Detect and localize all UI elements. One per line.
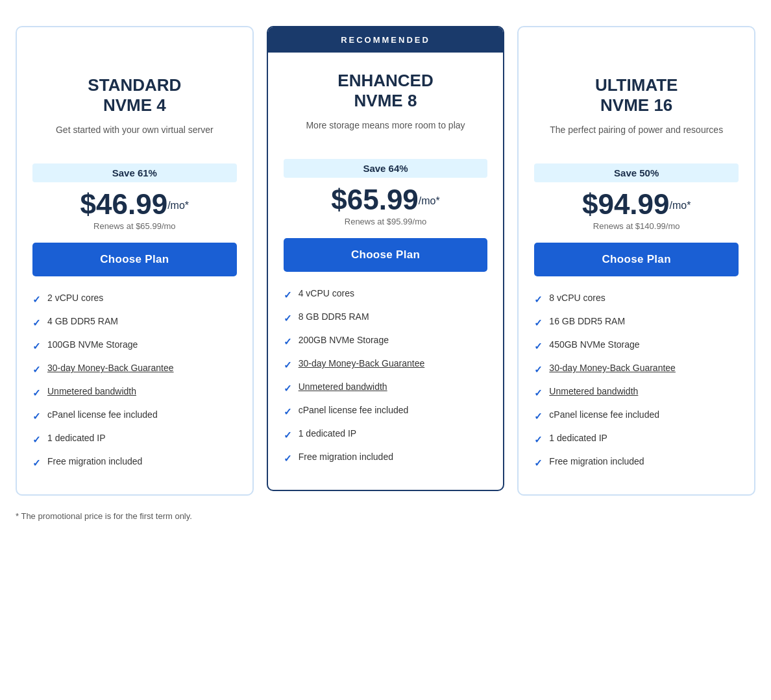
feature-item-1-3: ✓ 30-day Money-Back Guarantee <box>284 357 488 372</box>
feature-text-0-2: 100GB NVMe Storage <box>47 339 138 352</box>
feature-item-2-2: ✓ 450GB NVMe Storage <box>534 339 739 353</box>
feature-item-2-5: ✓ cPanel license fee included <box>534 409 739 423</box>
feature-link-0-4[interactable]: Unmetered bandwidth <box>47 385 136 398</box>
feature-text-2-1: 16 GB DDR5 RAM <box>549 315 625 328</box>
feature-text-0-5: cPanel license fee included <box>47 409 158 422</box>
check-icon-0-5: ✓ <box>32 409 41 423</box>
feature-link-0-3[interactable]: 30-day Money-Back Guarantee <box>47 362 174 375</box>
choose-plan-button-standard[interactable]: Choose Plan <box>32 243 237 276</box>
feature-item-2-1: ✓ 16 GB DDR5 RAM <box>534 315 739 330</box>
check-icon-1-1: ✓ <box>284 311 292 325</box>
feature-item-0-4: ✓ Unmetered bandwidth <box>32 385 237 400</box>
feature-link-2-3[interactable]: 30-day Money-Back Guarantee <box>549 362 676 375</box>
check-icon-1-7: ✓ <box>284 452 292 465</box>
plan-body-ultimate: ULTIMATENVME 16 The perfect pairing of p… <box>519 57 754 494</box>
plan-name-standard: STANDARDNVME 4 <box>32 75 237 115</box>
check-icon-2-5: ✓ <box>534 409 543 423</box>
check-icon-2-1: ✓ <box>534 316 543 330</box>
feature-item-1-2: ✓ 200GB NVMe Storage <box>284 334 488 348</box>
check-icon-2-7: ✓ <box>534 456 543 470</box>
feature-text-0-0: 2 vCPU cores <box>47 292 103 305</box>
price-main-enhanced: $65.99 <box>331 184 419 215</box>
feature-link-1-4[interactable]: Unmetered bandwidth <box>299 381 387 394</box>
plan-description-standard: Get started with your own virtual server <box>32 123 237 151</box>
feature-item-2-0: ✓ 8 vCPU cores <box>534 292 739 306</box>
check-icon-2-6: ✓ <box>534 433 543 446</box>
plan-card-standard: STANDARDNVME 4 Get started with your own… <box>16 26 254 496</box>
feature-item-1-4: ✓ Unmetered bandwidth <box>284 381 488 395</box>
feature-text-1-2: 200GB NVMe Storage <box>299 334 389 347</box>
price-suffix-ultimate: /mo* <box>670 200 691 211</box>
feature-item-0-1: ✓ 4 GB DDR5 RAM <box>32 315 237 330</box>
feature-item-2-3: ✓ 30-day Money-Back Guarantee <box>534 362 739 376</box>
price-main-standard: $46.99 <box>80 188 168 220</box>
choose-plan-button-ultimate[interactable]: Choose Plan <box>534 243 739 276</box>
features-list-ultimate: ✓ 8 vCPU cores ✓ 16 GB DDR5 RAM ✓ 450GB … <box>534 292 739 470</box>
check-icon-0-4: ✓ <box>32 386 41 400</box>
feature-text-2-5: cPanel license fee included <box>549 409 659 422</box>
feature-item-1-5: ✓ cPanel license fee included <box>284 404 488 418</box>
price-main-ultimate: $94.99 <box>582 188 670 220</box>
header-spacer <box>519 27 754 57</box>
check-icon-0-1: ✓ <box>32 316 41 330</box>
check-icon-1-5: ✓ <box>284 405 292 418</box>
feature-item-0-5: ✓ cPanel license fee included <box>32 409 237 423</box>
feature-text-2-7: Free migration included <box>549 455 644 468</box>
footnote: * The promotional price is for the first… <box>16 511 755 521</box>
header-spacer <box>17 27 252 57</box>
features-list-standard: ✓ 2 vCPU cores ✓ 4 GB DDR5 RAM ✓ 100GB N… <box>32 292 237 470</box>
check-icon-1-3: ✓ <box>284 358 292 372</box>
check-icon-2-0: ✓ <box>534 293 543 306</box>
feature-item-1-6: ✓ 1 dedicated IP <box>284 428 488 442</box>
save-badge-standard: Save 61% <box>32 163 237 182</box>
feature-text-1-5: cPanel license fee included <box>299 404 409 417</box>
check-icon-1-0: ✓ <box>284 288 292 302</box>
feature-text-2-2: 450GB NVMe Storage <box>549 339 639 352</box>
check-icon-2-3: ✓ <box>534 363 543 376</box>
feature-item-0-7: ✓ Free migration included <box>32 455 237 470</box>
feature-item-1-7: ✓ Free migration included <box>284 451 488 465</box>
price-row-enhanced: $65.99/mo* <box>284 186 488 214</box>
price-suffix-standard: /mo* <box>167 200 189 211</box>
check-icon-0-0: ✓ <box>32 293 41 306</box>
renews-text-enhanced: Renews at $95.99/mo <box>284 217 488 226</box>
plan-description-enhanced: More storage means more room to play <box>284 119 488 146</box>
feature-text-0-7: Free migration included <box>47 455 142 468</box>
feature-link-1-3[interactable]: 30-day Money-Back Guarantee <box>299 357 425 370</box>
feature-text-1-0: 4 vCPU cores <box>299 287 354 300</box>
plan-card-enhanced: RECOMMENDED ENHANCEDNVME 8 More storage … <box>267 26 505 491</box>
check-icon-1-4: ✓ <box>284 381 292 395</box>
renews-text-standard: Renews at $65.99/mo <box>32 221 237 231</box>
check-icon-0-6: ✓ <box>32 433 41 446</box>
feature-link-2-4[interactable]: Unmetered bandwidth <box>549 385 638 398</box>
feature-item-2-7: ✓ Free migration included <box>534 455 739 470</box>
feature-item-2-4: ✓ Unmetered bandwidth <box>534 385 739 400</box>
check-icon-1-6: ✓ <box>284 428 292 442</box>
save-badge-enhanced: Save 64% <box>284 159 488 178</box>
check-icon-0-7: ✓ <box>32 456 41 470</box>
choose-plan-button-enhanced[interactable]: Choose Plan <box>284 238 488 272</box>
plan-description-ultimate: The perfect pairing of power and resourc… <box>534 123 739 151</box>
feature-text-2-6: 1 dedicated IP <box>549 432 607 445</box>
feature-text-0-1: 4 GB DDR5 RAM <box>47 315 118 328</box>
feature-item-1-0: ✓ 4 vCPU cores <box>284 287 488 302</box>
feature-item-1-1: ✓ 8 GB DDR5 RAM <box>284 311 488 325</box>
feature-text-1-7: Free migration included <box>299 451 393 464</box>
features-list-enhanced: ✓ 4 vCPU cores ✓ 8 GB DDR5 RAM ✓ 200GB N… <box>284 287 488 465</box>
recommended-badge: RECOMMENDED <box>268 27 504 53</box>
plan-body-standard: STANDARDNVME 4 Get started with your own… <box>17 57 252 494</box>
check-icon-1-2: ✓ <box>284 335 292 348</box>
price-row-standard: $46.99/mo* <box>32 190 237 219</box>
plan-name-enhanced: ENHANCEDNVME 8 <box>284 71 488 111</box>
plan-name-ultimate: ULTIMATENVME 16 <box>534 75 739 115</box>
price-suffix-enhanced: /mo* <box>419 195 440 206</box>
feature-text-1-1: 8 GB DDR5 RAM <box>299 311 369 324</box>
feature-item-0-0: ✓ 2 vCPU cores <box>32 292 237 306</box>
feature-item-0-2: ✓ 100GB NVMe Storage <box>32 339 237 353</box>
check-icon-2-4: ✓ <box>534 386 543 400</box>
save-badge-ultimate: Save 50% <box>534 163 739 182</box>
feature-text-2-0: 8 vCPU cores <box>549 292 605 305</box>
check-icon-0-3: ✓ <box>32 363 41 376</box>
feature-item-0-6: ✓ 1 dedicated IP <box>32 432 237 446</box>
feature-text-1-6: 1 dedicated IP <box>299 428 357 441</box>
